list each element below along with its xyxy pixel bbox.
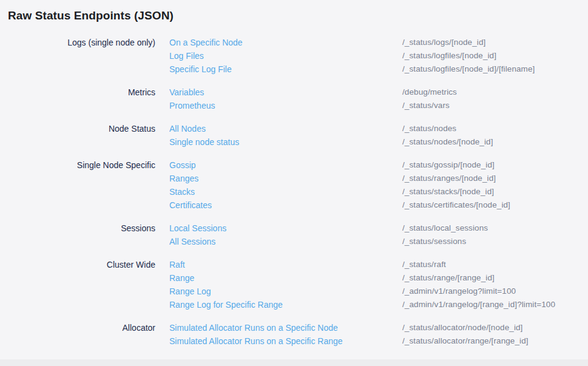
endpoint-section: Cluster Wide RaftRangeRange LogRange Log… xyxy=(0,258,588,311)
endpoint-url: /_status/logs/[node_id] xyxy=(402,36,588,49)
section-links-column: GossipRangesStacksCertificates xyxy=(169,158,388,212)
endpoint-link[interactable]: Local Sessions xyxy=(169,222,226,235)
section-urls-column: /_status/nodes/_status/nodes/[node_id] xyxy=(402,122,588,149)
endpoint-link[interactable]: Range Log for Specific Range xyxy=(169,298,283,311)
page-title: Raw Status Endpoints (JSON) xyxy=(8,8,588,24)
section-urls-column: /_status/logs/[node_id]/_status/logfiles… xyxy=(402,36,588,76)
endpoint-url: /_status/allocator/node/[node_id] xyxy=(402,321,588,334)
endpoint-link[interactable]: Single node status xyxy=(169,135,239,149)
endpoint-link[interactable]: Range xyxy=(169,271,194,285)
endpoint-url: /_status/logfiles/[node_id]/[filename] xyxy=(402,63,588,76)
section-category-label: Cluster Wide xyxy=(0,258,155,311)
endpoint-link[interactable]: Simulated Allocator Runs on a Specific N… xyxy=(169,321,338,334)
section-links-column: RaftRangeRange LogRange Log for Specific… xyxy=(169,258,388,311)
endpoint-section: Metrics VariablesPrometheus /debug/metri… xyxy=(0,86,588,112)
endpoint-url: /_status/vars xyxy=(402,99,588,112)
endpoint-url: /_status/sessions xyxy=(402,235,588,248)
section-links-column: Local SessionsAll Sessions xyxy=(169,222,388,248)
endpoint-link[interactable]: Simulated Allocator Runs on a Specific R… xyxy=(169,334,343,348)
section-urls-column: /_status/raft/_status/range/[range_id]/_… xyxy=(402,258,588,311)
endpoint-url: /_status/allocator/range/[range_id] xyxy=(402,334,588,348)
endpoint-url: /_status/nodes/[node_id] xyxy=(402,135,588,149)
endpoint-link[interactable]: Log Files xyxy=(169,49,204,63)
endpoint-url: /debug/metrics xyxy=(402,86,588,99)
section-urls-column: /_status/local_sessions/_status/sessions xyxy=(402,222,588,248)
section-category-label: Logs (single node only) xyxy=(0,36,155,76)
section-links-column: Simulated Allocator Runs on a Specific N… xyxy=(169,321,388,348)
section-urls-column: /_status/gossip/[node_id]/_status/ranges… xyxy=(402,158,588,212)
endpoint-link[interactable]: All Sessions xyxy=(169,235,215,248)
section-links-column: VariablesPrometheus xyxy=(169,86,388,112)
endpoint-section: Logs (single node only) On a Specific No… xyxy=(0,36,588,76)
endpoint-link[interactable]: On a Specific Node xyxy=(169,36,243,49)
endpoint-section: Single Node Specific GossipRangesStacksC… xyxy=(0,158,588,212)
endpoint-url: /_status/raft xyxy=(402,258,588,271)
endpoint-link[interactable]: Ranges xyxy=(169,172,198,185)
section-category-label: Metrics xyxy=(0,86,155,112)
endpoint-link[interactable]: Raft xyxy=(169,258,185,271)
endpoint-link[interactable]: Certificates xyxy=(169,198,212,212)
endpoint-link[interactable]: Stacks xyxy=(169,185,195,198)
section-category-label: Single Node Specific xyxy=(0,158,155,212)
endpoint-url: /_admin/v1/rangelog?limit=100 xyxy=(402,285,588,298)
endpoint-section: Allocator Simulated Allocator Runs on a … xyxy=(0,321,588,348)
endpoint-url: /_status/range/[range_id] xyxy=(402,271,588,285)
section-category-label: Node Status xyxy=(0,122,155,149)
endpoint-url: /_status/logfiles/[node_id] xyxy=(402,49,588,63)
endpoint-section: Node Status All NodesSingle node status … xyxy=(0,122,588,149)
section-urls-column: /debug/metrics/_status/vars xyxy=(402,86,588,112)
endpoint-url: /_status/ranges/[node_id] xyxy=(402,172,588,185)
section-urls-column: /_status/allocator/node/[node_id]/_statu… xyxy=(402,321,588,348)
section-category-label: Sessions xyxy=(0,222,155,248)
endpoint-url: /_status/nodes xyxy=(402,122,588,135)
section-links-column: All NodesSingle node status xyxy=(169,122,388,149)
endpoint-link[interactable]: Gossip xyxy=(169,158,196,172)
endpoint-section: Sessions Local SessionsAll Sessions /_st… xyxy=(0,222,588,248)
endpoint-link[interactable]: Prometheus xyxy=(169,99,215,112)
endpoint-url: /_status/certificates/[node_id] xyxy=(402,198,588,212)
endpoint-link[interactable]: Range Log xyxy=(169,285,211,298)
endpoint-url: /_status/local_sessions xyxy=(402,222,588,235)
section-links-column: On a Specific NodeLog FilesSpecific Log … xyxy=(169,36,388,76)
page-bottom-strip xyxy=(0,359,588,366)
endpoint-url: /_admin/v1/rangelog/[range_id]?limit=100 xyxy=(402,298,588,311)
section-category-label: Allocator xyxy=(0,321,155,348)
endpoint-link[interactable]: All Nodes xyxy=(169,122,206,135)
endpoint-url: /_status/gossip/[node_id] xyxy=(402,158,588,172)
endpoints-table: Logs (single node only) On a Specific No… xyxy=(0,36,588,348)
endpoint-url: /_status/stacks/[node_id] xyxy=(402,185,588,198)
debug-endpoints-page: Raw Status Endpoints (JSON) Logs (single… xyxy=(0,0,588,366)
endpoint-link[interactable]: Specific Log File xyxy=(169,63,232,76)
endpoint-link[interactable]: Variables xyxy=(169,86,204,99)
